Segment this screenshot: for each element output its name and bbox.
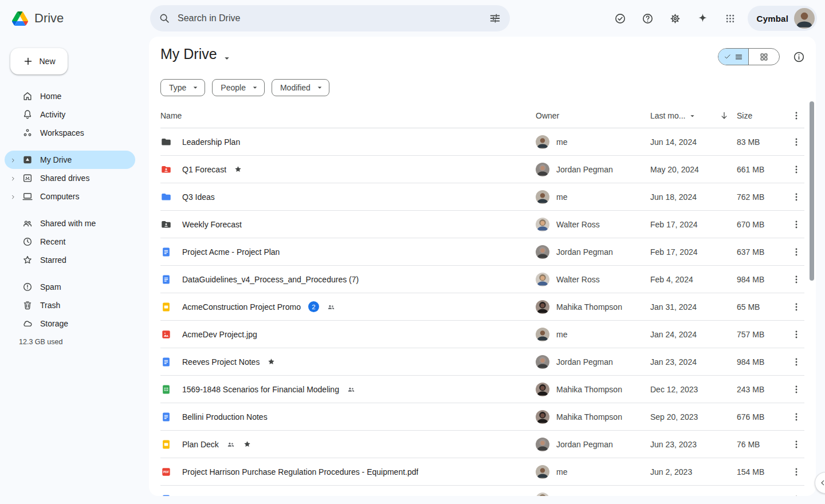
table-header-menu-button[interactable] (789, 109, 803, 123)
new-button[interactable]: New (10, 48, 68, 74)
search-input[interactable] (178, 13, 484, 23)
help-button[interactable] (634, 5, 662, 32)
table-row[interactable]: 1569-1848 Scenarios for Financial Modeli… (160, 376, 804, 403)
grid-view-button[interactable] (749, 49, 779, 65)
row-menu-button[interactable] (789, 355, 803, 369)
row-menu-button[interactable] (789, 465, 803, 479)
table-row[interactable] (160, 486, 804, 496)
sidebar-item-my-drive[interactable]: My Drive (5, 151, 135, 169)
side-panel-collapse-button[interactable] (815, 472, 825, 494)
row-menu-button[interactable] (789, 245, 803, 259)
file-name: Bellini Production Notes (182, 412, 268, 422)
scrollbar-thumb[interactable] (810, 101, 814, 281)
chevron-left-icon (818, 478, 825, 487)
shared-icon (327, 302, 336, 312)
more-vert-icon (791, 191, 802, 203)
file-name: Leadership Plan (182, 137, 240, 147)
owner-avatar (536, 328, 549, 341)
chevron-right-icon[interactable] (10, 175, 17, 182)
search-icon[interactable] (158, 12, 171, 25)
more-vert-icon (791, 110, 802, 121)
owner-avatar (536, 300, 549, 314)
chevron-right-icon[interactable] (10, 193, 17, 200)
row-menu-button[interactable] (789, 218, 803, 231)
apps-button[interactable] (717, 5, 744, 32)
offline-ready-button[interactable] (607, 5, 634, 32)
filter-chip-type[interactable]: Type (160, 79, 205, 96)
sidebar-item-storage[interactable]: Storage (5, 314, 135, 333)
table-row[interactable]: Q1 ForecastJordan PegmanMay 20, 2024661 … (160, 156, 804, 183)
table-row[interactable]: Leadership PlanmeJun 14, 202483 MB (160, 128, 804, 156)
row-menu-button[interactable] (789, 190, 803, 204)
column-header-size: Size (733, 111, 788, 120)
table-row[interactable]: PDFProject Harrison Purchase Regulation … (160, 458, 804, 486)
settings-icon (669, 12, 682, 25)
view-toggle (718, 48, 780, 65)
file-name-cell: Leadership Plan (160, 136, 536, 148)
file-name-cell: Plan Deck (160, 439, 536, 450)
table-row[interactable]: Bellini Production NotesMahika ThompsonS… (160, 403, 804, 431)
list-view-button[interactable] (718, 49, 749, 65)
sidebar-item-spam[interactable]: Spam (5, 278, 135, 296)
search-bar[interactable] (150, 5, 510, 32)
details-button[interactable] (792, 50, 806, 64)
chevron-right-icon[interactable] (10, 156, 17, 163)
sidebar-item-activity[interactable]: Activity (5, 105, 135, 124)
home-icon (22, 90, 33, 102)
file-icon-folder (160, 136, 172, 148)
modified-date: Jan 31, 2024 (650, 302, 719, 312)
file-icon-folder-shared (160, 164, 172, 175)
sidebar-item-starred[interactable]: Starred (5, 251, 135, 269)
table-row[interactable]: Project Acme - Project PlanJordan Pegman… (160, 238, 804, 266)
sort-direction[interactable] (719, 111, 733, 121)
row-menu-button[interactable] (789, 163, 803, 176)
table-row[interactable]: Plan DeckJordan PegmanJun 23, 202376 MB (160, 431, 804, 458)
account-pill[interactable]: Cymbal (748, 6, 817, 31)
row-menu-button[interactable] (789, 300, 803, 314)
account-avatar[interactable] (794, 8, 815, 29)
column-header-modified[interactable]: Last mo... (650, 111, 719, 120)
more-vert-icon (791, 164, 802, 175)
file-name: Q3 Ideas (182, 192, 215, 202)
starred-icon (243, 440, 252, 448)
sidebar-nav: HomeActivityWorkspacesMy DriveShared dri… (0, 87, 149, 333)
row-menu-button[interactable] (789, 273, 803, 286)
row-menu-button[interactable] (789, 410, 803, 424)
file-name: DataGuidelines_v4_Process_and_Procedures… (182, 275, 359, 284)
table-row[interactable]: Reeves Project NotesJordan PegmanJan 23,… (160, 348, 804, 376)
settings-button[interactable] (662, 5, 689, 32)
row-menu-button[interactable] (789, 135, 803, 149)
storage-used-label: 12.3 GB used (19, 338, 149, 346)
column-header-name[interactable]: Name (160, 111, 536, 120)
row-menu-button[interactable] (789, 383, 803, 396)
row-menu-button[interactable] (789, 438, 803, 451)
sidebar-item-workspaces[interactable]: Workspaces (5, 124, 135, 142)
modified-date: Sep 20, 2023 (650, 412, 719, 422)
sidebar-item-home[interactable]: Home (5, 87, 135, 105)
table-row[interactable]: DataGuidelines_v4_Process_and_Procedures… (160, 266, 804, 293)
sidebar-item-computers[interactable]: Computers (5, 187, 135, 206)
table-row[interactable]: Q3 IdeasmeJun 18, 2024762 MB (160, 183, 804, 211)
table-row[interactable]: AcmeDev Project.jpgmeJan 24, 2024757 MB (160, 321, 804, 348)
owner-avatar (536, 465, 549, 479)
owner-name: Jordan Pegman (556, 440, 613, 449)
filter-chip-modified[interactable]: Modified (272, 79, 329, 96)
clock-icon (22, 236, 33, 247)
more-vert-icon (791, 494, 802, 497)
table-row[interactable]: Weekly ForecastWalter RossFeb 17, 202467… (160, 211, 804, 238)
table-row[interactable]: AcmeConstruction Project Promo2Mahika Th… (160, 293, 804, 321)
filter-chip-people[interactable]: People (212, 79, 265, 96)
row-menu-button[interactable] (789, 328, 803, 341)
page-title[interactable]: My Drive (160, 46, 232, 62)
search-options-button[interactable] (484, 7, 506, 30)
row-menu-button[interactable] (789, 493, 803, 497)
sidebar-item-shared-drives[interactable]: Shared drives (5, 169, 135, 187)
my-drive-icon (22, 154, 33, 166)
sidebar-item-shared-with-me[interactable]: Shared with me (5, 214, 135, 233)
sidebar-item-trash[interactable]: Trash (5, 296, 135, 314)
owner-avatar (536, 383, 549, 396)
apps-icon (724, 12, 737, 25)
gemini-button[interactable] (689, 5, 717, 32)
sidebar-item-recent[interactable]: Recent (5, 233, 135, 251)
owner-avatar (536, 273, 549, 286)
